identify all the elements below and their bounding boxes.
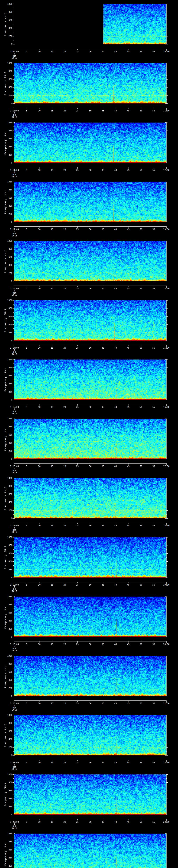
axis-tick xyxy=(167,565,167,566)
x-start-time-label: 1:18:00 xyxy=(10,584,19,586)
x-tick-label: 25 xyxy=(76,347,79,349)
y-tick-label: 400 xyxy=(5,620,12,622)
axis-tick xyxy=(167,182,168,182)
axis-tick xyxy=(167,451,168,451)
spectrogram-panel: Frequency (Hz)02004006008001000510152025… xyxy=(0,355,178,415)
y-tick-label: 1000 xyxy=(5,714,12,716)
axis-tick xyxy=(103,819,103,820)
y-axis-title: Frequency (Hz) xyxy=(4,842,7,866)
axis-tick xyxy=(52,523,52,524)
axis-tick xyxy=(165,637,167,637)
y-tick-label: 800 xyxy=(5,544,12,546)
spectrogram-panel: Frequency (Hz)02004006008001000510152025… xyxy=(0,830,178,868)
axis-tick xyxy=(141,523,141,524)
x-tick-label: 25 xyxy=(76,643,79,645)
x-tick-label: 15 xyxy=(51,702,53,705)
x-tick-label: 25 xyxy=(76,228,79,230)
x-tick-label: 10 xyxy=(38,584,40,586)
x-tick-label: 55 xyxy=(152,465,155,467)
axis-tick xyxy=(12,427,14,427)
x-start-time-label: 1:12:00 xyxy=(10,228,19,230)
axis-tick xyxy=(167,159,167,159)
date-year: 2016 xyxy=(12,768,17,770)
spectrogram-panel: Frequency (Hz)02004006008001000510152025… xyxy=(0,415,178,474)
axis-tick xyxy=(77,167,78,168)
axis-tick xyxy=(13,439,14,439)
axis-tick xyxy=(167,439,167,439)
x-tick-label: 25 xyxy=(76,406,79,408)
x-tick-label: 30 xyxy=(89,465,91,467)
axis-tick xyxy=(167,316,168,317)
axis-tick xyxy=(12,44,14,44)
x-tick-label: 30 xyxy=(89,702,91,705)
axis-tick xyxy=(13,99,14,100)
axis-tick xyxy=(167,715,168,715)
x-tick-label: 35 xyxy=(102,169,104,171)
axis-tick xyxy=(52,819,52,820)
y-axis-title: Frequency (Hz) xyxy=(4,427,7,451)
axis-tick xyxy=(167,633,167,633)
axis-tick xyxy=(103,760,103,761)
axis-tick xyxy=(167,846,167,846)
y-tick-label: 800 xyxy=(5,781,12,783)
x-end-time-label: 22:00 xyxy=(163,762,170,764)
axis-tick xyxy=(167,320,167,321)
x-tick-label: 40 xyxy=(114,169,117,171)
spectrogram-canvas xyxy=(14,123,166,163)
x-tick-label: 10 xyxy=(38,702,40,705)
spectrogram-canvas xyxy=(14,419,166,459)
spectrogram-canvas xyxy=(14,4,166,44)
axis-tick xyxy=(167,578,168,578)
x-tick-label: 30 xyxy=(89,525,91,527)
axis-tick xyxy=(167,67,167,67)
axis-tick xyxy=(167,795,167,795)
axis-tick xyxy=(13,32,14,32)
y-tick-label: 600 xyxy=(5,552,12,555)
spectrogram-panel: Frequency (Hz)02004006008001000510152025… xyxy=(0,119,178,178)
axis-tick xyxy=(14,637,15,637)
axis-tick xyxy=(167,32,167,32)
axis-tick xyxy=(12,241,14,241)
axis-tick xyxy=(167,447,167,447)
x-tick-label: 45 xyxy=(127,110,129,112)
axis-tick xyxy=(167,151,167,151)
axis-tick xyxy=(14,596,15,597)
x-start-time-label: 1:22:00 xyxy=(10,821,19,823)
axis-tick xyxy=(167,186,167,186)
x-tick-label: 40 xyxy=(114,406,117,408)
axis-tick xyxy=(13,312,14,313)
axis-tick xyxy=(167,206,168,206)
x-tick-label: 45 xyxy=(127,525,129,527)
date-year: 2016 xyxy=(12,116,17,118)
x-tick-label: 50 xyxy=(140,465,142,467)
axis-tick xyxy=(12,621,14,621)
x-start-time-label: 1:09:00 xyxy=(10,51,19,53)
y-tick-label: 800 xyxy=(5,307,12,309)
axis-tick xyxy=(165,359,167,360)
x-tick-label: 45 xyxy=(127,821,129,823)
axis-tick xyxy=(77,108,78,109)
y-tick-label: 800 xyxy=(5,248,12,250)
axis-tick xyxy=(103,641,103,643)
axis-tick xyxy=(12,569,14,570)
date-year: 2016 xyxy=(12,57,17,59)
y-axis-title: Frequency (Hz) xyxy=(4,71,7,95)
spectrogram-canvas xyxy=(14,774,166,815)
x-tick-label: 45 xyxy=(127,406,129,408)
y-tick-label: 800 xyxy=(5,11,12,13)
y-tick-label: 0 xyxy=(5,814,12,816)
x-tick-label: 15 xyxy=(51,287,53,289)
axis-tick xyxy=(167,625,167,625)
axis-tick xyxy=(167,455,167,455)
x-tick-label: 35 xyxy=(102,465,104,467)
axis-tick xyxy=(165,44,167,44)
x-end-time-label: 18:00 xyxy=(163,525,170,527)
axis-tick xyxy=(12,680,14,680)
y-tick-label: 1000 xyxy=(5,477,12,479)
x-tick-label: 50 xyxy=(140,821,142,823)
spectrogram-canvas xyxy=(14,537,166,578)
date-year: 2016 xyxy=(12,412,17,414)
axis-tick xyxy=(52,167,52,168)
x-tick-label: 15 xyxy=(51,228,53,230)
y-tick-label: 800 xyxy=(5,367,12,369)
